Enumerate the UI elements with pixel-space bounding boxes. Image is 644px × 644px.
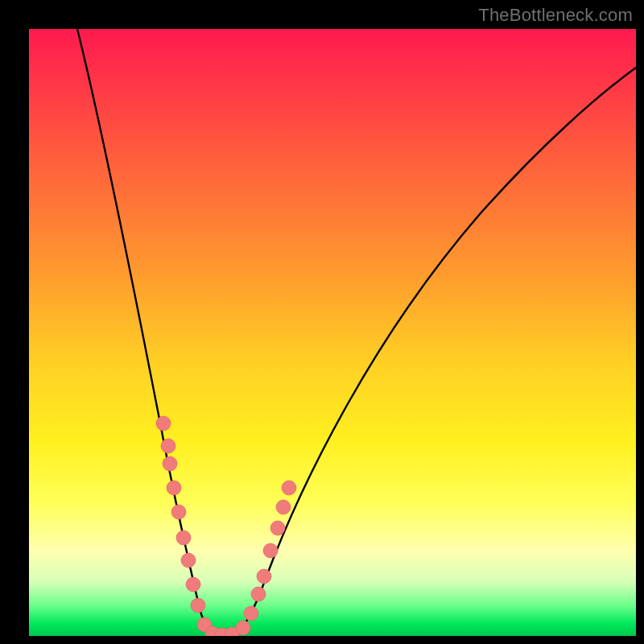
marker-group xyxy=(156,416,296,636)
marker-dot xyxy=(163,456,177,471)
plot-area xyxy=(29,29,636,636)
marker-dot xyxy=(244,606,258,621)
marker-dot xyxy=(171,505,186,519)
marker-dot xyxy=(161,439,175,453)
marker-dot xyxy=(251,587,266,601)
watermark-label: TheBottleneck.com xyxy=(478,5,633,26)
marker-dot xyxy=(270,521,285,535)
marker-dot xyxy=(191,598,205,613)
marker-dot xyxy=(186,577,200,592)
marker-dot xyxy=(167,481,181,495)
curve-layer xyxy=(29,29,636,636)
marker-dot xyxy=(282,481,296,495)
marker-dot xyxy=(156,416,171,431)
marker-dot xyxy=(176,530,191,545)
chart-frame: TheBottleneck.com xyxy=(0,0,644,644)
marker-dot xyxy=(181,553,196,568)
marker-dot xyxy=(276,500,291,514)
marker-dot xyxy=(257,569,271,584)
marker-dot xyxy=(263,543,278,558)
bottleneck-curve xyxy=(77,29,636,635)
marker-dot xyxy=(236,621,250,635)
